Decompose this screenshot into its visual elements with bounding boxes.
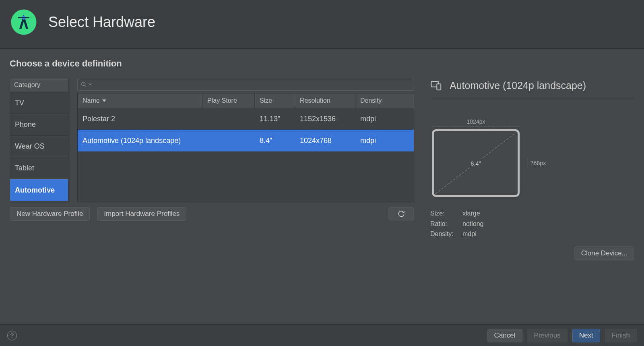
svg-point-3 [82,82,85,85]
diagram-height-label: 768px [528,159,546,167]
column-header-name[interactable]: Name [78,93,202,108]
column-header-size[interactable]: Size [255,93,295,108]
svg-line-4 [85,85,86,87]
spec-label: Ratio: [430,219,462,229]
cell-resolution: 1024x768 [295,130,355,151]
cell-size: 11.13" [255,108,295,130]
cancel-button[interactable]: Cancel [487,329,522,342]
search-icon [81,81,87,87]
dialog-header: Select Hardware [0,0,644,49]
category-item-tablet[interactable]: Tablet [10,157,68,179]
spec-row: Ratio:notlong [430,219,634,229]
spec-value: mdpi [462,229,477,239]
cell-size: 8.4" [255,130,295,151]
detail-title: Automotive (1024p landscape) [450,80,586,91]
spec-label: Size: [430,208,462,219]
category-item-tv[interactable]: TV [10,92,68,114]
next-button[interactable]: Next [572,329,600,342]
device-dimension-diagram: 1024px 8.4" 768px [432,118,549,197]
clone-device-button[interactable]: Clone Device... [574,247,634,260]
cell-density: mdpi [355,130,414,151]
cell-playStore [202,108,255,130]
svg-rect-2 [18,17,29,18]
column-header-play-store[interactable]: Play Store [202,93,255,108]
sort-descending-icon [102,99,106,102]
spec-value: xlarge [462,208,480,219]
cell-resolution: 1152x1536 [295,108,355,130]
device-row[interactable]: Automotive (1024p landscape)8.4"1024x768… [78,130,414,151]
column-header-resolution[interactable]: Resolution [295,93,355,108]
search-dropdown-icon [89,83,92,86]
new-hardware-profile-button[interactable]: New Hardware Profile [10,207,90,221]
cell-name: Automotive (1024p landscape) [78,130,202,151]
device-row[interactable]: Polestar 211.13"1152x1536mdpi [78,108,414,130]
previous-button[interactable]: Previous [527,329,568,342]
device-table: NamePlay StoreSizeResolutionDensity Pole… [77,93,414,201]
device-detail-panel: Automotive (1024p landscape) 1024px 8.4"… [430,78,634,315]
diagram-width-label: 1024px [433,118,519,127]
android-studio-logo-icon [10,8,38,36]
spec-row: Density:mdpi [430,229,634,239]
dialog-footer: ? Cancel Previous Next Finish [0,324,644,346]
refresh-button[interactable] [388,207,414,220]
diagram-screen-rect: 8.4" [432,129,520,197]
category-item-automotive[interactable]: Automotive [10,179,68,201]
category-item-phone[interactable]: Phone [10,114,68,136]
dialog-body: Choose a device definition Category TVPh… [0,49,644,324]
column-header-density[interactable]: Density [355,93,414,108]
diagram-diagonal-label: 8.4" [469,159,483,168]
refresh-icon [398,210,405,218]
spec-row: Size:xlarge [430,208,634,219]
help-button[interactable]: ? [7,331,17,340]
cell-playStore [202,130,255,151]
svg-point-0 [11,10,37,35]
spec-value: notlong [462,219,484,229]
svg-rect-6 [437,84,441,90]
category-item-wear-os[interactable]: Wear OS [10,136,68,157]
device-table-body: Polestar 211.13"1152x1536mdpiAutomotive … [78,108,414,151]
cell-name: Polestar 2 [78,108,202,130]
device-search-wrap[interactable] [77,78,414,91]
category-list: TVPhoneWear OSTabletAutomotive [10,92,68,201]
device-search-input[interactable] [93,81,411,88]
devices-icon [430,79,442,91]
spec-label: Density: [430,229,462,239]
import-hardware-profiles-button[interactable]: Import Hardware Profiles [97,207,186,221]
device-table-header: NamePlay StoreSizeResolutionDensity [78,93,414,108]
page-subtitle: Choose a device definition [10,58,634,69]
category-column-header: Category [10,78,68,92]
cell-density: mdpi [355,108,414,130]
dialog-title: Select Hardware [48,14,155,31]
device-spec-list: Size:xlargeRatio:notlongDensity:mdpi [430,208,634,239]
finish-button[interactable]: Finish [605,329,637,342]
